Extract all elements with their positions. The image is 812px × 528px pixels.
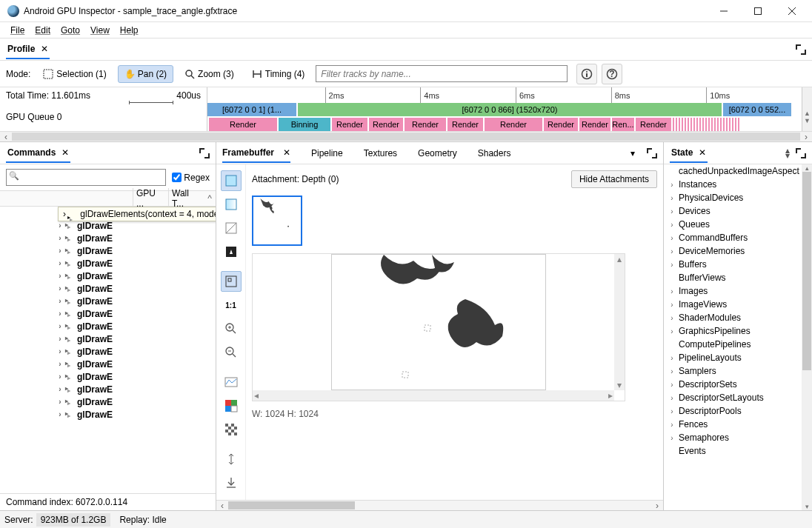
state-vscroll[interactable]: ▴▾ <box>802 164 812 510</box>
preview-vscroll[interactable]: ▴▾ <box>614 254 625 390</box>
render-bar[interactable]: Binning <box>279 118 330 131</box>
state-item[interactable]: ›Samplers <box>664 364 802 378</box>
chevron-down-icon[interactable] <box>630 148 635 158</box>
command-tree-item[interactable]: ›glDrawE <box>0 345 216 358</box>
command-tree-item[interactable]: ›glDrawE <box>0 358 216 370</box>
regex-checkbox[interactable]: Regex <box>172 169 210 186</box>
render-bar[interactable]: Render <box>369 118 403 131</box>
state-item[interactable]: ›DescriptorSets <box>664 378 802 391</box>
state-item[interactable]: ›Images <box>664 284 802 298</box>
gpu-bar[interactable]: [6072 0 0 552... <box>723 103 791 116</box>
col-gpu[interactable]: GPU ... <box>133 188 168 209</box>
mode-zoom[interactable]: Zoom (3) <box>178 65 241 83</box>
state-item[interactable]: cachedUnpackedImageAspect <box>664 164 802 178</box>
command-tree-item[interactable]: ›glDrawE <box>0 383 216 395</box>
render-bar[interactable] <box>673 118 741 131</box>
tool-depth-buffer[interactable] <box>221 194 242 215</box>
command-tree-item[interactable]: ›glDrawE <box>0 282 216 295</box>
filter-input[interactable] <box>316 65 568 82</box>
state-tree[interactable]: cachedUnpackedImageAspect›Instances›Phys… <box>664 164 802 510</box>
timeline-hscrollbar[interactable]: ‹› <box>0 131 812 141</box>
command-tree-item[interactable]: ›glDrawE <box>0 270 216 282</box>
commands-column-header[interactable]: GPU ... Wall T... ^ <box>0 190 216 207</box>
reorder-icon[interactable]: ▴▾ <box>785 148 790 158</box>
state-item[interactable]: ›ShaderModules <box>664 311 802 324</box>
tool-overdraw[interactable] <box>221 218 242 238</box>
profile-tab[interactable]: Profile ✕ <box>6 39 50 59</box>
tool-color-buffer[interactable] <box>221 170 242 191</box>
state-tab[interactable]: State ✕ <box>670 143 708 163</box>
menu-edit[interactable]: Edit <box>30 24 55 37</box>
render-bar[interactable]: Render <box>209 118 277 131</box>
state-item[interactable]: ›Queues <box>664 218 802 231</box>
menu-help[interactable]: Help <box>116 24 143 37</box>
tool-channels[interactable] <box>221 395 242 416</box>
command-tree-item[interactable]: ›glDrawE <box>0 295 216 307</box>
commands-search-input[interactable] <box>6 169 166 186</box>
state-item[interactable]: ›CommandBuffers <box>664 231 802 244</box>
commands-tab[interactable]: Commands ✕ <box>6 143 70 163</box>
mode-selection[interactable]: Selection (1) <box>36 65 113 83</box>
menu-view[interactable]: View <box>86 24 114 37</box>
timeline-vscroll[interactable]: ▲▼ <box>802 103 812 131</box>
gpu-bar[interactable]: [6072 0 0 866] (1520x720) <box>298 103 722 116</box>
fullscreen-icon[interactable] <box>796 148 806 158</box>
menu-file[interactable]: File <box>6 24 29 37</box>
tool-stencil[interactable] <box>221 241 242 262</box>
tool-zoom-out[interactable] <box>221 342 242 363</box>
tab-pipeline[interactable]: Pipeline <box>311 144 343 162</box>
state-item[interactable]: ›DeviceMemories <box>664 244 802 258</box>
mode-pan[interactable]: ✋ Pan (2) <box>118 65 173 83</box>
hide-attachments-button[interactable]: Hide Attachments <box>571 170 657 188</box>
preview-hscroll[interactable]: ◂▸ <box>253 390 614 401</box>
command-tree-item[interactable]: ›glDrawE <box>0 370 216 383</box>
tab-textures[interactable]: Textures <box>364 144 397 162</box>
minimize-button[interactable] <box>707 0 741 22</box>
tool-zoom-in[interactable] <box>221 318 242 339</box>
framebuffer-preview[interactable]: ▴▾ ◂▸ <box>252 253 625 401</box>
fullscreen-icon[interactable] <box>796 44 806 55</box>
tool-actual-size[interactable]: 1:1 <box>221 295 242 315</box>
tab-shaders[interactable]: Shaders <box>478 144 511 162</box>
tool-fit[interactable] <box>221 271 242 292</box>
state-item[interactable]: ›DescriptorPools <box>664 404 802 418</box>
render-bar[interactable]: Render <box>447 118 483 131</box>
render-bar[interactable]: Ren... <box>612 118 634 131</box>
gpu-bar[interactable]: [6072 0 0 1] (1... <box>207 103 296 116</box>
mode-timing[interactable]: Timing (4) <box>245 65 312 83</box>
sort-icon[interactable]: ^ <box>204 193 216 204</box>
state-item[interactable]: ›PipelineLayouts <box>664 351 802 364</box>
state-item[interactable]: ›Instances <box>664 178 802 191</box>
close-icon[interactable]: ✕ <box>696 147 705 158</box>
tool-checker[interactable] <box>221 419 242 440</box>
tool-histogram[interactable] <box>221 372 242 392</box>
state-item[interactable]: ›DescriptorSetLayouts <box>664 391 802 404</box>
command-tree-item[interactable]: ›glDrawE <box>0 332 216 345</box>
col-walltime[interactable]: Wall T... <box>168 188 204 209</box>
menu-goto[interactable]: Goto <box>56 24 84 37</box>
state-item[interactable]: ›ImageViews <box>664 298 802 311</box>
render-bar[interactable]: Render <box>485 118 542 131</box>
render-bar[interactable]: Render <box>544 118 578 131</box>
help-button[interactable]: ? <box>602 64 622 84</box>
state-item[interactable]: ›Devices <box>664 204 802 218</box>
command-tree-item[interactable]: ›glDrawE <box>0 320 216 332</box>
command-tree-item[interactable]: ›glDrawE <box>0 244 216 257</box>
state-item[interactable]: Events <box>664 444 802 458</box>
state-item[interactable]: ›Semaphores <box>664 431 802 444</box>
tab-geometry[interactable]: Geometry <box>418 144 457 162</box>
state-item[interactable]: BufferViews <box>664 271 802 284</box>
timeline-ruler[interactable]: 2ms4ms6ms8ms10ms <box>207 87 802 103</box>
state-item[interactable]: ›GraphicsPipelines <box>664 324 802 338</box>
tool-flip[interactable] <box>221 449 242 469</box>
state-item[interactable]: ComputePipelines <box>664 338 802 351</box>
render-bar[interactable]: Render <box>636 118 671 131</box>
close-icon[interactable]: ✕ <box>59 147 68 158</box>
render-bar[interactable]: Render <box>405 118 446 131</box>
commands-tree[interactable]: ›▸▸ glDrawElements(context = 4, mode = G… <box>0 207 216 493</box>
render-bar[interactable]: Render <box>579 118 610 131</box>
render-bar[interactable]: Render <box>332 118 367 131</box>
command-tree-item[interactable]: ›glDrawE <box>0 232 216 244</box>
fullscreen-icon[interactable] <box>647 148 657 158</box>
state-item[interactable]: ›Buffers <box>664 258 802 271</box>
